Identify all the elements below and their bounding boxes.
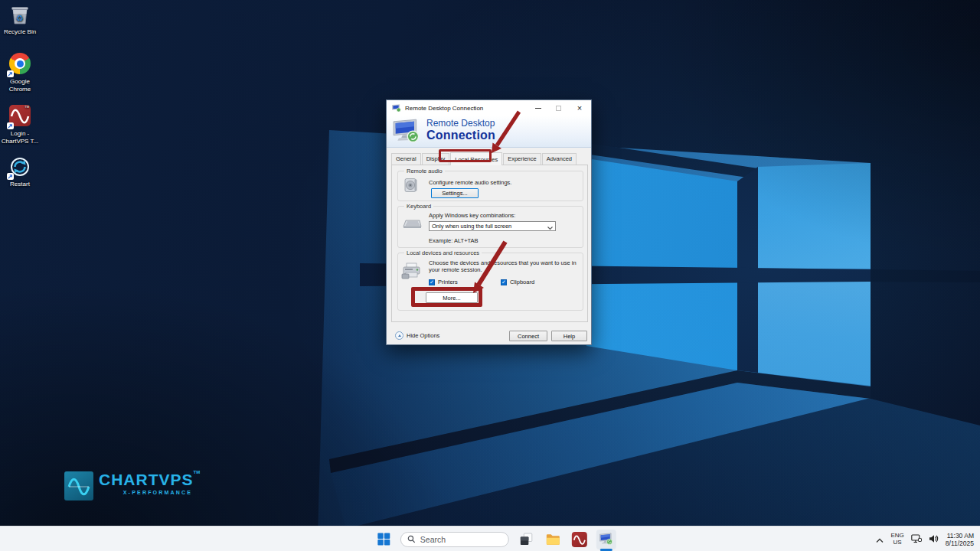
local-devices-desc2: your remote session. bbox=[429, 266, 482, 273]
group-label: Local devices and resources bbox=[404, 249, 482, 256]
windows-logo-icon bbox=[377, 533, 390, 546]
desktop: ♻ Recycle Bin Google Chrome TM Login - bbox=[0, 0, 980, 551]
tray-time: 11:30 AM bbox=[946, 532, 974, 540]
tray-date: 8/11/2025 bbox=[946, 540, 974, 547]
close-button[interactable]: × bbox=[570, 100, 590, 116]
desktop-icon-label: Google Chrome bbox=[0, 78, 40, 93]
task-view-icon bbox=[519, 533, 532, 546]
tab-general[interactable]: General bbox=[391, 153, 421, 165]
watermark-tagline: X-PERFORMANCE bbox=[99, 490, 192, 495]
connect-button[interactable]: Connect bbox=[509, 331, 547, 341]
system-tray: ENG US 11:30 AM 8/11/2025 bbox=[876, 527, 974, 551]
folder-icon bbox=[545, 533, 560, 545]
desktop-icon-recycle-bin[interactable]: ♻ Recycle Bin bbox=[0, 3, 40, 36]
collapse-arrow-icon bbox=[395, 331, 403, 340]
group-local-devices: Local devices and resources Choose the d… bbox=[397, 253, 583, 311]
chartvps-icon bbox=[572, 532, 587, 547]
maximize-button[interactable] bbox=[548, 100, 568, 116]
help-button[interactable]: Help bbox=[551, 331, 587, 341]
restart-icon bbox=[8, 155, 31, 178]
volume-icon[interactable] bbox=[929, 533, 939, 546]
chartvps-logo-icon bbox=[64, 471, 93, 500]
search-icon bbox=[407, 535, 416, 543]
network-icon[interactable] bbox=[911, 533, 922, 546]
remote-audio-desc: Configure remote audio settings. bbox=[429, 179, 511, 186]
svg-text:♻: ♻ bbox=[16, 14, 24, 23]
chartvps-login-icon: TM bbox=[8, 105, 31, 128]
desktop-icon-label: Restart bbox=[0, 181, 40, 188]
tab-local-resources[interactable]: Local Resources bbox=[450, 152, 502, 165]
desktop-icon-label: Recycle Bin bbox=[0, 28, 40, 36]
start-button[interactable] bbox=[374, 530, 394, 549]
chevron-down-icon bbox=[547, 225, 553, 232]
hide-options-label: Hide Options bbox=[407, 332, 439, 339]
search-placeholder: Search bbox=[420, 535, 446, 544]
hide-options-toggle[interactable]: Hide Options bbox=[395, 331, 439, 340]
remote-desktop-icon bbox=[599, 533, 613, 546]
window-titlebar[interactable]: Remote Desktop Connection × bbox=[387, 100, 591, 116]
file-explorer-button[interactable] bbox=[543, 530, 563, 549]
rdp-logo-icon bbox=[393, 119, 422, 145]
desktop-icon-chartvps-login[interactable]: TM Login - ChartVPS T... bbox=[0, 104, 40, 145]
group-label: Remote audio bbox=[404, 168, 445, 174]
tab-page-local-resources: Remote audio Configure remote audio sett… bbox=[391, 165, 588, 322]
more-button[interactable]: More... bbox=[426, 292, 478, 303]
brand-line1: Remote Desktop bbox=[426, 119, 495, 129]
taskbar-search-box[interactable]: Search bbox=[400, 532, 509, 547]
shortcut-arrow-icon bbox=[7, 122, 14, 129]
taskbar: Search bbox=[0, 526, 980, 551]
desktop-icon-label: Login - ChartVPS T... bbox=[0, 130, 40, 145]
clock[interactable]: 11:30 AM 8/11/2025 bbox=[946, 532, 974, 547]
checkbox-label: Clipboard bbox=[510, 279, 534, 285]
active-app-indicator bbox=[600, 549, 612, 551]
keyboard-icon bbox=[402, 220, 422, 232]
checkbox-label: Printers bbox=[438, 279, 458, 285]
shortcut-arrow-icon bbox=[7, 70, 14, 77]
dialog-footer: Hide Options Connect Help bbox=[387, 328, 591, 345]
key-combinations-dropdown[interactable]: Only when using the full screen bbox=[429, 221, 556, 231]
printers-checkbox[interactable]: ✓ Printers bbox=[429, 279, 458, 285]
desktop-icon-google-chrome[interactable]: Google Chrome bbox=[0, 52, 40, 93]
dropdown-value: Only when using the full screen bbox=[432, 223, 511, 230]
brand-line2: Connection bbox=[426, 129, 495, 142]
printer-devices-icon bbox=[401, 262, 422, 281]
recycle-bin-icon: ♻ bbox=[8, 3, 31, 26]
watermark-tm: TM bbox=[194, 470, 201, 474]
group-label: Keyboard bbox=[404, 203, 433, 210]
rdp-header-banner: Remote Desktop Connection bbox=[387, 116, 591, 148]
desktop-icon-restart[interactable]: Restart bbox=[0, 155, 40, 188]
tab-experience[interactable]: Experience bbox=[503, 153, 541, 165]
minimize-button[interactable] bbox=[528, 100, 548, 116]
tab-advanced[interactable]: Advanced bbox=[542, 153, 577, 165]
group-remote-audio: Remote audio Configure remote audio sett… bbox=[397, 171, 583, 201]
remote-desktop-connection-window: Remote Desktop Connection × Remote bbox=[386, 99, 592, 345]
local-devices-desc1: Choose the devices and resources that yo… bbox=[429, 259, 577, 266]
tab-display[interactable]: Display bbox=[422, 153, 450, 165]
chrome-icon bbox=[8, 53, 31, 76]
checkbox-checked-icon: ✓ bbox=[501, 279, 507, 285]
clipboard-checkbox[interactable]: ✓ Clipboard bbox=[501, 279, 534, 285]
language-indicator[interactable]: ENG US bbox=[890, 533, 903, 546]
chartvps-watermark: CHARTVPSTM X-PERFORMANCE bbox=[64, 471, 200, 500]
rdp-window-icon bbox=[392, 104, 401, 112]
remote-desktop-app-button[interactable] bbox=[596, 530, 616, 549]
watermark-brand: CHARTVPS bbox=[99, 471, 194, 488]
keyboard-label: Apply Windows key combinations: bbox=[429, 212, 515, 219]
group-keyboard: Keyboard Apply Windows key combinations:… bbox=[397, 206, 583, 248]
shortcut-arrow-icon bbox=[7, 173, 14, 180]
keyboard-example: Example: ALT+TAB bbox=[429, 237, 479, 244]
speaker-icon bbox=[403, 178, 420, 195]
checkbox-checked-icon: ✓ bbox=[429, 279, 435, 285]
settings-button[interactable]: Settings... bbox=[431, 188, 479, 198]
tray-chevron-up-icon[interactable] bbox=[876, 533, 884, 546]
task-view-button[interactable] bbox=[516, 530, 536, 549]
tab-strip: General Display Local Resources Experien… bbox=[391, 152, 577, 165]
chartvps-app-button[interactable] bbox=[570, 530, 590, 549]
window-title: Remote Desktop Connection bbox=[405, 105, 483, 112]
